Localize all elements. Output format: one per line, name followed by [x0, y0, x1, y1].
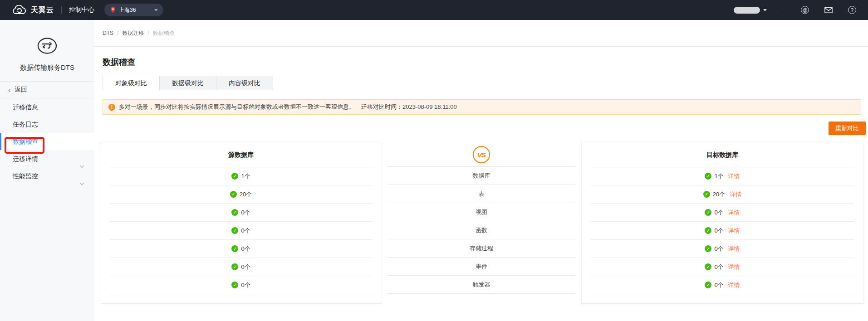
source-count: 0个	[241, 227, 250, 235]
breadcrumb-dts[interactable]: DTS	[103, 30, 113, 36]
top-navbar: 天翼云 控制中心 上海36 @ ?	[0, 0, 868, 20]
service-title: 数据传输服务DTS	[0, 63, 94, 81]
target-row: ✓0个详情	[591, 276, 854, 294]
alert-time-label: 迁移对比时间：	[361, 103, 402, 110]
category-row: 视图	[387, 203, 575, 221]
tab-content-level[interactable]: 内容级对比	[216, 76, 273, 90]
source-count: 1个	[241, 172, 250, 180]
source-row: ✓0个	[109, 258, 373, 276]
tab-bar: 对象级对比 数据级对比 内容级对比	[103, 76, 868, 90]
region-label: 上海36	[119, 6, 136, 14]
target-row: ✓0个详情	[591, 240, 854, 258]
location-pin-icon	[110, 6, 116, 14]
chevron-left-icon: ‹	[8, 86, 11, 94]
help-icon[interactable]: ?	[848, 6, 856, 14]
divider	[778, 6, 778, 14]
category-label: 事件	[476, 263, 487, 271]
category-label: 触发器	[473, 281, 490, 289]
sidebar-item-performance-monitor[interactable]: 性能监控	[0, 167, 94, 185]
source-row: ✓0个	[109, 276, 373, 294]
success-check-icon: ✓	[231, 227, 238, 234]
source-count: 0个	[241, 263, 250, 271]
main-content: DTS / 数据迁移 / 数据稽查 数据稽查 对象级对比 数据级对比 内容级对比…	[94, 20, 868, 321]
comparison-section: 源数据库 ✓1个✓20个✓0个✓0个✓0个✓0个✓0个 VS 数据库表视图函数存…	[100, 143, 863, 304]
detail-link[interactable]: 详情	[728, 281, 740, 289]
source-row: ✓1个	[109, 167, 373, 185]
divider	[61, 6, 62, 14]
target-count: 0个	[714, 227, 723, 235]
console-center-link[interactable]: 控制中心	[69, 6, 94, 14]
region-selector[interactable]: 上海36	[104, 4, 163, 16]
target-row: ✓20个详情	[591, 185, 854, 204]
source-panel-title: 源数据库	[109, 143, 373, 167]
target-panel-rows: ✓1个详情✓20个详情✓0个详情✓0个详情✓0个详情✓0个详情✓0个详情	[582, 167, 863, 294]
sidebar-item-migration-info[interactable]: 迁移信息	[0, 98, 94, 116]
detail-link[interactable]: 详情	[728, 209, 740, 217]
breadcrumb-data-migration[interactable]: 数据迁移	[122, 29, 144, 37]
category-row: 事件	[387, 258, 575, 276]
sidebar: 数据传输服务DTS ‹ 返回 迁移信息 任务日志 数据稽查 迁移详情 性能监控	[0, 20, 94, 321]
cloud-logo-icon	[12, 5, 27, 15]
mail-icon[interactable]	[824, 6, 833, 14]
category-label: 数据库	[473, 172, 490, 180]
sidebar-item-data-audit[interactable]: 数据稽查	[0, 133, 94, 150]
chevron-down-icon	[154, 9, 158, 11]
source-database-panel: 源数据库 ✓1个✓20个✓0个✓0个✓0个✓0个✓0个	[100, 143, 382, 304]
source-count: 0个	[241, 245, 250, 253]
source-row: ✓0个	[109, 204, 373, 222]
category-row: 存储过程	[387, 239, 575, 258]
breadcrumb-current: 数据稽查	[153, 29, 175, 37]
category-label: 表	[479, 190, 485, 198]
source-count: 0个	[241, 281, 250, 289]
category-column-rows: 数据库表视图函数存储过程事件触发器	[387, 167, 575, 294]
category-row: 触发器	[387, 276, 575, 294]
tab-data-level[interactable]: 数据级对比	[159, 76, 216, 90]
detail-link[interactable]: 详情	[728, 227, 740, 235]
success-check-icon: ✓	[231, 173, 238, 180]
alert-time-value: 2023-08-09 18:11:00	[402, 103, 457, 110]
sidebar-item-migration-detail[interactable]: 迁移详情	[0, 150, 94, 167]
target-count: 0个	[714, 263, 723, 271]
sidebar-item-task-log[interactable]: 任务日志	[0, 116, 94, 133]
recompare-button[interactable]: 重新对比	[829, 122, 866, 135]
success-check-icon: ✓	[231, 263, 238, 270]
alert-warning-icon: !	[108, 104, 115, 111]
brand-logo[interactable]: 天翼云	[12, 5, 54, 15]
target-count: 0个	[714, 209, 723, 217]
source-row: ✓0个	[109, 240, 373, 258]
category-label: 函数	[476, 226, 487, 234]
chevron-down-icon[interactable]	[763, 9, 767, 11]
target-count: 0个	[714, 245, 723, 253]
target-row: ✓0个详情	[591, 204, 854, 222]
target-row: ✓0个详情	[591, 222, 854, 240]
source-panel-rows: ✓1个✓20个✓0个✓0个✓0个✓0个✓0个	[100, 167, 382, 294]
success-check-icon: ✓	[231, 245, 238, 252]
category-label: 存储过程	[470, 244, 493, 253]
success-check-icon: ✓	[703, 191, 710, 198]
tab-object-level[interactable]: 对象级对比	[103, 76, 160, 90]
detail-link[interactable]: 详情	[730, 190, 741, 199]
breadcrumb-separator: /	[117, 30, 118, 36]
info-alert-banner: ! 多对一场景，同步对比将按实际情况展示源与目标的对象数或者数据不一致这一客观信…	[103, 99, 861, 115]
target-panel-title: 目标数据库	[591, 143, 854, 167]
back-label: 返回	[15, 86, 27, 94]
user-account-button[interactable]	[734, 7, 760, 14]
target-database-panel: 目标数据库 ✓1个详情✓20个详情✓0个详情✓0个详情✓0个详情✓0个详情✓0个…	[581, 143, 863, 304]
category-label: 视图	[476, 208, 487, 216]
category-row: 数据库	[387, 167, 575, 185]
detail-link[interactable]: 详情	[728, 245, 740, 253]
success-check-icon: ✓	[705, 245, 711, 252]
category-row: 函数	[387, 221, 575, 239]
alert-message: 多对一场景，同步对比将按实际情况展示源与目标的对象数或者数据不一致这一客观信息。	[119, 103, 355, 111]
detail-link[interactable]: 详情	[728, 263, 740, 271]
success-check-icon: ✓	[705, 282, 711, 288]
detail-link[interactable]: 详情	[728, 172, 740, 180]
vs-icon: VS	[473, 146, 490, 163]
sidebar-item-label: 迁移详情	[13, 155, 38, 162]
category-row: 表	[387, 185, 575, 203]
success-check-icon: ✓	[705, 209, 711, 216]
support-icon[interactable]: @	[801, 6, 809, 14]
sidebar-item-label: 性能监控	[13, 172, 38, 180]
target-count: 1个	[714, 172, 723, 180]
back-button[interactable]: ‹ 返回	[0, 81, 94, 98]
